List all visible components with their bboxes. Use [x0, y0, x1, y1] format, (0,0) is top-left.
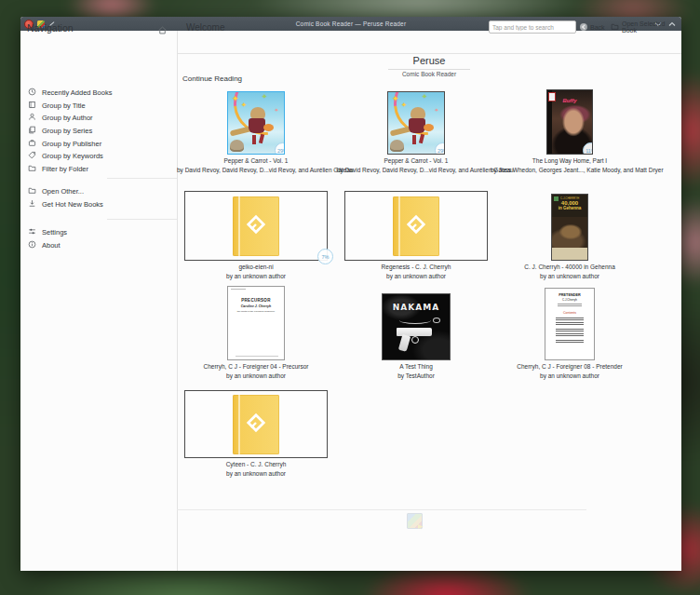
sidebar-item-label: Filter by Folder [42, 165, 88, 173]
book-card[interactable]: NAKAMA A Test Thing by TestAuthor [337, 289, 495, 379]
ghost-image-icon [407, 513, 423, 529]
epub-logo-icon [246, 214, 266, 238]
briefcase-icon [28, 139, 36, 149]
book-cover-nakama[interactable]: NAKAMA [382, 293, 451, 360]
sidebar-item-label: Settings [42, 228, 67, 237]
app-title-rule [388, 69, 470, 70]
progress-badge: 29% [275, 142, 285, 155]
desktop: Comic Book Reader — Peruse Reader Naviga… [0, 0, 700, 595]
book-author: by an unknown author [177, 470, 335, 477]
sidebar-item-group-keywords[interactable]: Group by Keywords [20, 150, 177, 163]
footer-divider [177, 509, 586, 510]
book-cover-epub[interactable]: 7% [184, 191, 328, 261]
folder-icon [28, 164, 36, 174]
book-author: by David Revoy, David Revoy, D...vid Rev… [337, 167, 495, 173]
sidebar-item-get-hot-new-books[interactable]: Get Hot New Books [20, 198, 177, 211]
book-card[interactable]: PRECURSOR Caroline J. Cherryh the fourth… [177, 289, 335, 379]
sidebar-divider [107, 178, 177, 179]
search-input[interactable] [489, 20, 576, 34]
book-cover-gehenna[interactable]: C.J.CHERRYH 40,000 in Gehenna [551, 194, 588, 261]
book-author: by an unknown author [491, 273, 649, 279]
book-card[interactable]: ✦✦ ✦✦ 29% Pepper & Carrot - Vol. 1 by Da… [177, 88, 335, 173]
back-button[interactable]: Back [580, 20, 605, 34]
book-card[interactable]: Cyteen - C. J. Cherryh by an unknown aut… [177, 390, 335, 477]
book-title: Pepper & Carrot - Vol. 1 [177, 157, 335, 164]
sidebar-item-label: Group by Author [42, 114, 93, 122]
peruse-window: Comic Book Reader — Peruse Reader Naviga… [20, 17, 681, 571]
pretender-contents-lines [556, 318, 584, 344]
sidebar-item-label: Recently Added Books [42, 88, 112, 97]
pistol-graphic [397, 326, 438, 354]
book-card[interactable]: ✦✦ ✦✦ 29% Pepper & Carrot - Vol. 1 by Da… [337, 88, 495, 173]
section-title: Continue Reading [182, 74, 242, 83]
open-selected-book-label: Open Selected Book [622, 20, 681, 34]
book-icon [28, 101, 36, 111]
book-card[interactable]: Regenesis - C. J. Cherryh by an unknown … [337, 191, 495, 279]
book-cover-buffy[interactable]: Buffy 11% [546, 89, 593, 155]
sidebar-item-label: About [42, 241, 61, 250]
epub-logo-icon [406, 214, 426, 238]
sidebar-item-settings[interactable]: Settings [20, 226, 177, 239]
book-author: by David Revoy, David Revoy, D...vid Rev… [177, 167, 335, 173]
sidebar-item-filter-folder[interactable]: Filter by Folder [20, 163, 177, 176]
sidebar-item-label: Group by Title [42, 101, 86, 110]
book-card[interactable]: C.J.CHERRYH 40,000 in Gehenna C. J. Cher… [491, 191, 649, 279]
book-cover-pepper-carrot[interactable]: ✦✦ ✦✦ 29% [387, 91, 445, 155]
book-title: Pepper & Carrot - Vol. 1 [337, 157, 495, 164]
folder-open-icon [28, 186, 36, 196]
book-card[interactable]: 7% geiko-eien-ni by an unknown author [177, 191, 335, 279]
sliders-icon [28, 227, 36, 237]
book-cover-pepper-carrot[interactable]: ✦✦ ✦✦ 29% [227, 91, 285, 155]
copies-icon [28, 126, 36, 136]
book-cover-epub[interactable] [344, 191, 488, 261]
clock-icon [28, 88, 36, 98]
pretender-header-lines [558, 304, 582, 307]
progress-badge: 7% [317, 249, 333, 264]
book-title: Regenesis - C. J. Cherryh [337, 264, 495, 270]
info-icon [28, 240, 36, 250]
sidebar-item-group-author[interactable]: Group by Author [20, 112, 177, 125]
home-icon[interactable] [157, 22, 168, 34]
sidebar-item-about[interactable]: About [20, 239, 177, 252]
book-title: A Test Thing [337, 363, 495, 370]
book-title: Cherryh, C J - Foreigner 08 - Pretender [491, 363, 649, 370]
book-cover-epub[interactable] [184, 390, 328, 458]
app-subtitle: Comic Book Reader [177, 71, 681, 77]
book-author: by an unknown author [177, 273, 335, 279]
book-author: by an unknown author [491, 372, 649, 379]
sidebar-item-label: Group by Keywords [42, 152, 103, 160]
book-cover-precursor[interactable]: PRECURSOR Caroline J. Cherryh the fourth… [227, 286, 285, 360]
book-title: C. J. Cherryh - 40000 in Gehenna [491, 264, 649, 270]
sidebar-item-label: Group by Publisher [42, 140, 101, 148]
epub-logo-icon [246, 412, 266, 437]
book-title: geiko-eien-ni [177, 264, 335, 270]
book-title: The Long Way Home, Part I [491, 157, 649, 164]
open-selected-book-button[interactable]: Open Selected Book [611, 20, 681, 34]
back-label: Back [590, 24, 605, 31]
folder-icon [611, 22, 619, 32]
sidebar-divider [107, 219, 177, 220]
book-cover-pretender[interactable]: PRETENDER C.J.Cherryh Contents [545, 288, 595, 360]
sidebar-item-group-title[interactable]: Group by Title [20, 100, 177, 113]
book-author: by an unknown author [337, 273, 495, 279]
person-icon [28, 113, 36, 123]
app-title: Peruse [177, 55, 681, 66]
sidebar-item-open-other[interactable]: Open Other... [20, 185, 177, 198]
sidebar-item-label: Get Hot New Books [42, 200, 103, 209]
book-title: Cherryh, C J - Foreigner 04 - Precursor [177, 363, 335, 370]
book-card[interactable]: Buffy 11% The Long Way Home, Part I by J… [491, 88, 649, 173]
book-card[interactable]: PRETENDER C.J.Cherryh Contents Cherryh, … [491, 289, 649, 379]
sidebar-title: Navigation [27, 22, 74, 34]
sidebar-item-label: Group by Series [42, 127, 92, 135]
book-title: Cyteen - C. J. Cherryh [177, 461, 335, 467]
sidebar-item-label: Open Other... [42, 187, 84, 196]
sidebar-item-group-publisher[interactable]: Group by Publisher [20, 137, 177, 150]
header-band [20, 31, 681, 54]
page-title: Welcome [186, 22, 225, 33]
sidebar-item-group-series[interactable]: Group by Series [20, 125, 177, 138]
progress-badge: 29% [435, 142, 445, 155]
sidebar: Recently Added Books Group by Title Grou… [20, 53, 177, 571]
book-author: by TestAuthor [337, 372, 495, 379]
book-author: by an unknown author [177, 372, 335, 379]
sidebar-item-recently-added[interactable]: Recently Added Books [20, 87, 177, 100]
